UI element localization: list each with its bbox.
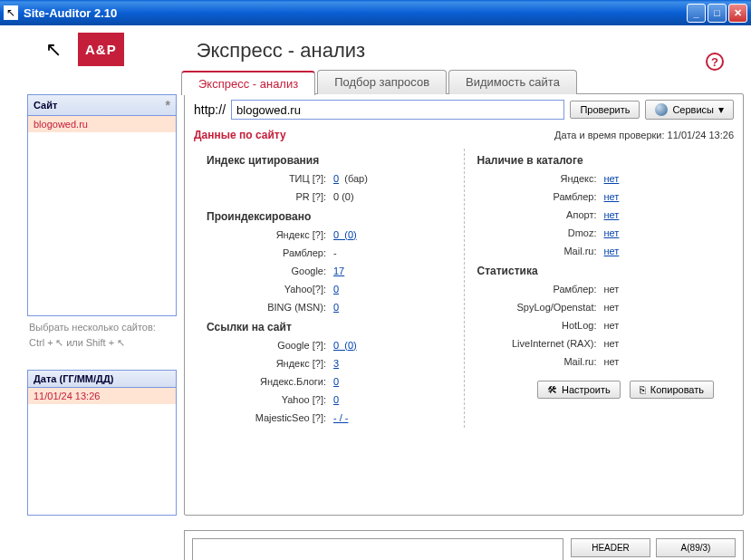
sites-header: Сайт	[34, 100, 57, 111]
tabs: Экспресс - анализ Подбор запросов Видимо…	[181, 70, 751, 94]
tab-queries[interactable]: Подбор запросов	[317, 70, 447, 94]
group-stats: Статистика	[477, 265, 722, 277]
content-panel: http:// Проверить Сервисы ▾ Данные по са…	[184, 93, 744, 516]
sites-panel: Сайт* blogowed.ru	[27, 94, 177, 316]
yandex-idx[interactable]: 0 (0)	[333, 229, 357, 240]
tab-express[interactable]: Экспресс - анализ	[181, 71, 315, 95]
globe-icon	[655, 103, 668, 116]
close-button[interactable]: ✕	[728, 4, 747, 23]
copy-icon: ⎘	[640, 384, 646, 395]
titlebar: ↖ Site-Auditor 2.10 _ □ ✕	[0, 0, 751, 25]
btn-a[interactable]: A(89/3)	[656, 538, 736, 557]
page-title: Экспресс - анализ	[197, 39, 365, 63]
group-indexed: Проиндексировано	[207, 210, 451, 223]
group-citation: Индекс цитирования	[207, 154, 451, 167]
tab-visibility[interactable]: Видимость сайта	[448, 70, 577, 94]
maximize-button[interactable]: □	[708, 4, 727, 23]
dates-header: Дата (ГГ/ММ/ДД)	[34, 373, 113, 384]
protocol-label: http://	[194, 102, 226, 117]
window-title: Site-Auditor 2.10	[24, 6, 687, 20]
google-idx[interactable]: 17	[333, 266, 344, 276]
services-button[interactable]: Сервисы ▾	[645, 100, 734, 120]
output-textarea[interactable]	[192, 538, 563, 560]
tools-icon: 🛠	[547, 384, 557, 395]
checked-at: Дата и время проверки: 11/01/24 13:26	[554, 130, 734, 140]
group-links: Ссылки на сайт	[207, 321, 451, 333]
sites-list[interactable]: blogowed.ru	[28, 116, 176, 315]
check-button[interactable]: Проверить	[570, 101, 640, 119]
header: ↖ A&P Экспресс - анализ ?	[0, 25, 751, 66]
help-button[interactable]: ?	[706, 53, 724, 71]
data-header: Данные по сайту	[194, 129, 286, 141]
cursor-icon: ↖	[45, 38, 62, 62]
configure-button[interactable]: 🛠Настроить	[537, 381, 621, 399]
date-item[interactable]: 11/01/24 13:26	[28, 388, 176, 404]
logo: A&P	[78, 33, 124, 66]
footer-panel: HEADERA(89/3) TITLE (114)H 12 KEYWORDS (…	[184, 530, 744, 560]
asterisk-icon: *	[166, 98, 170, 112]
group-catalog: Наличие в каталоге	[477, 154, 722, 167]
multi-select-hint: Выбрать несколько сайтов: Ctrl + ↖ или S…	[27, 316, 177, 353]
site-item[interactable]: blogowed.ru	[28, 116, 176, 132]
app-icon: ↖	[4, 5, 18, 20]
url-input[interactable]	[231, 100, 564, 120]
minimize-button[interactable]: _	[687, 4, 706, 23]
tic-value[interactable]: 0	[333, 173, 339, 184]
dates-list[interactable]: 11/01/24 13:26	[28, 388, 176, 515]
copy-button[interactable]: ⎘Копировать	[630, 381, 714, 399]
dates-panel: Дата (ГГ/ММ/ДД) 11/01/24 13:26	[27, 370, 177, 516]
btn-header[interactable]: HEADER	[571, 538, 650, 557]
